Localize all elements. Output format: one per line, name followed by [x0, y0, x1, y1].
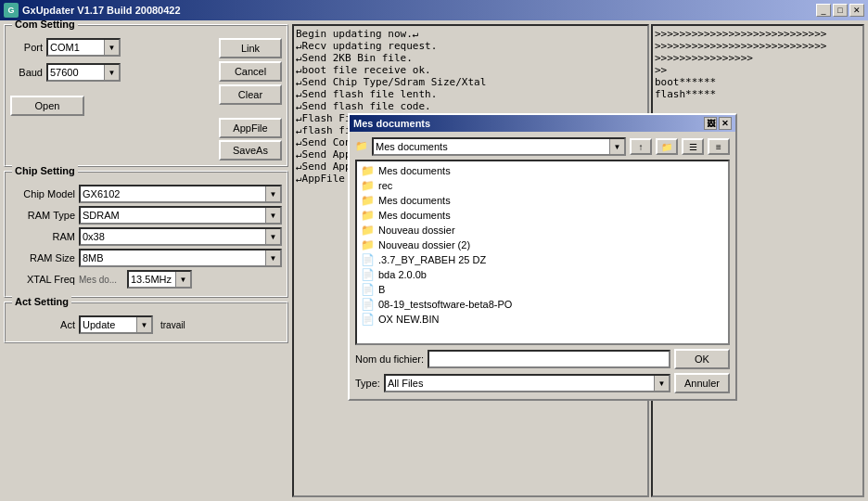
- ram-size-select[interactable]: 4MB 8MB 16MB: [83, 252, 157, 263]
- file-list-item[interactable]: 📁Mes documents: [359, 208, 726, 223]
- file-dialog-img-btn[interactable]: 🖼: [704, 117, 717, 130]
- link-button[interactable]: Link: [219, 38, 282, 58]
- cancel-file-button[interactable]: Annuler: [674, 373, 730, 393]
- title-text: GxUpdater V1.17 Build 20080422: [22, 5, 816, 16]
- list-btn[interactable]: ☰: [682, 138, 704, 155]
- filename-input[interactable]: [428, 350, 670, 368]
- ram-type-arrow: ▼: [265, 208, 280, 223]
- file-list-item[interactable]: 📁Nouveau dossier: [359, 223, 726, 238]
- cancel-button[interactable]: Cancel: [219, 61, 282, 82]
- port-select[interactable]: COM1 COM2 COM3 COM4: [50, 42, 117, 53]
- app-icon: G: [4, 3, 19, 18]
- chip-model-select-wrapper[interactable]: GX6102 GX6103 GX6105 ▼: [79, 185, 282, 203]
- file-list-item[interactable]: 📄bda 2.0.0b: [359, 267, 726, 282]
- port-select-wrapper[interactable]: COM1 COM2 COM3 COM4 ▼: [46, 38, 121, 57]
- file-item-name: Mes documents: [378, 165, 451, 176]
- log-line: Begin updating now.↵: [296, 28, 645, 40]
- file-item-name: OX NEW.BIN: [378, 314, 439, 325]
- details-btn[interactable]: ≡: [708, 138, 730, 155]
- baud-select[interactable]: 9600 19200 38400 57600 115200: [50, 67, 117, 78]
- filename-label: Nom du fichier:: [355, 353, 424, 365]
- file-dialog: Mes documents 🖼 ✕ 📁 Mes documents ▼ ↑: [348, 113, 737, 401]
- log-line: ↵Send Chip Type/Sdram Size/Xtal: [296, 76, 645, 88]
- ram-size-row: RAM Size 4MB 8MB 16MB ▼: [10, 249, 282, 267]
- file-item-name: Mes documents: [378, 195, 451, 206]
- new-folder-btn[interactable]: 📁: [656, 138, 678, 155]
- log-line: ↵boot file receive ok.: [296, 64, 645, 76]
- file-icon: 📄: [361, 283, 375, 296]
- file-icon: 📄: [361, 298, 375, 311]
- look-in-select[interactable]: Mes documents ▼: [372, 137, 626, 156]
- right-log-line: >>: [655, 64, 861, 76]
- maximize-button[interactable]: □: [833, 4, 848, 17]
- open-button[interactable]: Open: [10, 96, 84, 116]
- ram-type-select[interactable]: SDRAM DDRAM: [83, 210, 157, 221]
- file-dialog-controls: 🖼 ✕: [704, 117, 732, 130]
- file-dialog-title-text: Mes documents: [353, 118, 704, 129]
- ram-row: RAM 0x38 0x3C 0x40 ▼: [10, 227, 282, 246]
- filename-row: Nom du fichier: OK: [355, 349, 730, 369]
- file-list-item[interactable]: 📄B: [359, 282, 726, 297]
- folder-icon: 📁: [361, 238, 375, 251]
- ram-type-label: RAM Type: [10, 210, 75, 221]
- baud-select-wrapper[interactable]: 9600 19200 38400 57600 115200 ▼: [46, 63, 121, 82]
- file-list-item[interactable]: 📄OX NEW.BIN: [359, 312, 726, 327]
- com-fields: Port COM1 COM2 COM3 COM4 ▼ Baud: [10, 38, 215, 116]
- ram-size-arrow: ▼: [265, 250, 280, 265]
- minimize-button[interactable]: _: [816, 4, 831, 17]
- ok-button[interactable]: OK: [674, 349, 730, 369]
- ram-type-select-wrapper[interactable]: SDRAM DDRAM ▼: [79, 206, 282, 225]
- ram-arrow: ▼: [265, 229, 280, 244]
- chip-setting-label: Chip Setting: [12, 165, 78, 176]
- act-select-wrapper[interactable]: Update ▼: [79, 315, 153, 334]
- file-list-item[interactable]: 📁Nouveau dossier (2): [359, 238, 726, 252]
- file-list-item[interactable]: 📁rec: [359, 178, 726, 193]
- act-setting-group: Act Setting Act Update ▼ travail: [4, 302, 288, 343]
- filetype-select[interactable]: All Files: [388, 378, 667, 389]
- title-bar: G GxUpdater V1.17 Build 20080422 _ □ ✕: [0, 0, 868, 20]
- up-btn[interactable]: ↑: [630, 138, 652, 155]
- file-dialog-close-btn[interactable]: ✕: [719, 117, 732, 130]
- look-in-folder-icon: 📁: [355, 140, 368, 153]
- file-item-name: Nouveau dossier (2): [378, 239, 470, 250]
- right-log-line: >>>>>>>>>>>>>>>>: [655, 52, 861, 64]
- appfile-button[interactable]: AppFile: [219, 118, 282, 138]
- baud-label: Baud: [10, 67, 43, 78]
- title-bar-buttons: _ □ ✕: [816, 4, 864, 17]
- file-list-item[interactable]: 📄08-19_testsoftware-beta8-PO: [359, 297, 726, 312]
- file-list[interactable]: 📁Mes documents📁rec📁Mes documents📁Mes doc…: [355, 160, 730, 345]
- ram-size-label: RAM Size: [10, 252, 75, 263]
- act-select[interactable]: Update: [83, 319, 149, 330]
- file-item-name: rec: [378, 180, 392, 191]
- ram-select-wrapper[interactable]: 0x38 0x3C 0x40 ▼: [79, 227, 282, 246]
- filetype-label: Type:: [355, 378, 380, 389]
- xtal-text-prefix: Mes do...: [79, 275, 125, 285]
- look-in-dropdown[interactable]: Mes documents: [376, 141, 622, 152]
- chip-model-arrow: ▼: [265, 186, 280, 201]
- filetype-row: Type: All Files ▼ Annuler: [355, 373, 730, 393]
- file-list-item[interactable]: 📁Mes documents: [359, 193, 726, 208]
- xtal-label: XTAL Freq: [10, 274, 75, 285]
- xtal-select[interactable]: 13.5MHz 27MHz: [131, 274, 188, 285]
- log-line: ↵Send 2KB Bin file.: [296, 52, 645, 64]
- filetype-select-wrapper[interactable]: All Files ▼: [384, 374, 670, 392]
- xtal-select-wrapper[interactable]: 13.5MHz 27MHz ▼: [127, 270, 192, 289]
- right-log-line: >>>>>>>>>>>>>>>>>>>>>>>>>>>>: [655, 40, 861, 52]
- right-log-line: flash*****: [655, 88, 861, 100]
- saveas-button[interactable]: SaveAs: [219, 140, 282, 161]
- log-line: ↵Send flash file lenth.: [296, 88, 645, 100]
- ram-size-select-wrapper[interactable]: 4MB 8MB 16MB ▼: [79, 249, 282, 267]
- overlay-container: Begin updating now.↵↵Recv updating reque…: [292, 20, 868, 501]
- file-icon: 📄: [361, 313, 375, 326]
- port-label: Port: [10, 42, 43, 53]
- file-item-name: bda 2.0.0b: [378, 269, 427, 280]
- ram-select[interactable]: 0x38 0x3C 0x40: [83, 231, 157, 242]
- act-setting-label: Act Setting: [12, 296, 71, 307]
- close-button[interactable]: ✕: [849, 4, 864, 17]
- file-list-item[interactable]: 📁Mes documents: [359, 163, 726, 178]
- clear-button[interactable]: Clear: [219, 84, 282, 105]
- file-dialog-body: 📁 Mes documents ▼ ↑ 📁 ☰ ≡ 📁Mes documents…: [350, 132, 735, 399]
- chip-setting-group: Chip Setting Chip Model GX6102 GX6103 GX…: [4, 171, 288, 298]
- file-list-item[interactable]: 📄.3.7_BY_RABEH 25 DZ: [359, 252, 726, 267]
- chip-model-select[interactable]: GX6102 GX6103 GX6105: [83, 188, 157, 199]
